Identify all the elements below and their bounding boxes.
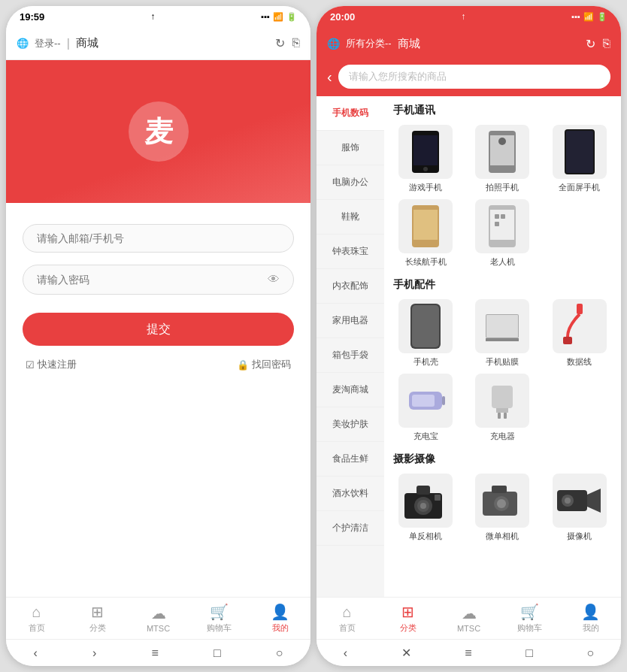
refresh-icon[interactable]: ↻ [275, 36, 285, 50]
left-sys-nav: ‹ › ≡ □ ○ [6, 639, 310, 666]
right-back-icon[interactable]: ‹ [344, 646, 347, 660]
login-logo: 麦 [129, 101, 189, 162]
email-input[interactable] [37, 232, 280, 244]
home-button-icon[interactable]: ○ [276, 646, 283, 660]
power-bank-label: 充电宝 [413, 431, 438, 442]
left-status-arrow: ↑ [150, 11, 155, 22]
cat-battery-phone[interactable]: 长续航手机 [390, 199, 461, 268]
right-window-icon[interactable]: □ [526, 646, 533, 660]
cat-phone-case[interactable]: 手机壳 [390, 299, 461, 368]
dslr-label: 单反相机 [409, 531, 442, 542]
cat-camcorder[interactable]: 摄像机 [544, 474, 615, 542]
menu-icon[interactable]: ≡ [151, 646, 158, 660]
svg-rect-20 [486, 338, 519, 341]
left-nav-sep: | [67, 37, 70, 50]
right-home-button-icon[interactable]: ○ [587, 646, 595, 660]
right-tab-home[interactable]: ⌂ 首页 [317, 604, 377, 634]
left-tab-mine[interactable]: 👤 我的 [250, 603, 310, 634]
cat-mirrorless[interactable]: 微单相机 [467, 474, 538, 542]
right-status-bar: 20:00 ↑ ▪▪▪ 📶 🔋 [317, 6, 621, 27]
show-password-icon[interactable]: 👁 [268, 273, 280, 286]
right-refresh-icon[interactable]: ↻ [586, 37, 595, 51]
svg-rect-14 [501, 214, 505, 219]
cat-power-bank[interactable]: 充电宝 [390, 374, 461, 442]
sidebar-item-appliance[interactable]: 家用电器 [317, 304, 384, 338]
left-tab-home-label: 首页 [29, 622, 45, 634]
signal-icon: ▪▪▪ [261, 12, 270, 21]
search-input-wrap[interactable]: 请输入您所搜索的商品 [338, 65, 610, 89]
sidebar-item-maitao[interactable]: 麦淘商城 [317, 373, 384, 407]
cat-screen-protector[interactable]: 手机贴膜 [467, 299, 538, 368]
sidebar-item-drinks[interactable]: 酒水饮料 [317, 477, 384, 511]
right-share-icon[interactable]: ⎘ [603, 37, 610, 51]
left-nav-login[interactable]: 登录-- [35, 37, 61, 50]
category-icon: ⊞ [91, 603, 104, 621]
right-phone: 20:00 ↑ ▪▪▪ 📶 🔋 🌐 所有分类-- 商城 ↻ ⎘ ‹ 请输入您所搜… [317, 6, 621, 666]
back-icon[interactable]: ‹ [34, 646, 38, 660]
right-tab-mtsc-label: MTSC [457, 624, 480, 633]
right-sys-nav: ‹ ✕ ≡ □ ○ [317, 639, 621, 666]
right-nav-category[interactable]: 所有分类-- [346, 37, 392, 50]
share-icon[interactable]: ⎘ [292, 36, 300, 50]
left-tab-cart[interactable]: 🛒 购物车 [189, 603, 250, 634]
mirrorless-img [475, 474, 529, 528]
cat-elder-phone[interactable]: 老人机 [467, 199, 538, 268]
quick-register-link[interactable]: ☑ 快速注册 [26, 358, 77, 371]
sidebar-item-shoes[interactable]: 鞋靴 [317, 200, 384, 235]
search-back-icon[interactable]: ‹ [327, 68, 332, 86]
left-tab-home[interactable]: ⌂ 首页 [6, 604, 67, 634]
sidebar-item-watches[interactable]: 钟表珠宝 [317, 235, 384, 269]
sidebar-item-computer[interactable]: 电脑办公 [317, 165, 384, 200]
cat-gaming-phone[interactable]: 游戏手机 [390, 125, 461, 193]
cat-camera-phone[interactable]: 拍照手机 [467, 125, 538, 193]
cat-charger[interactable]: 充电器 [467, 374, 538, 442]
elder-phone-img [475, 199, 529, 253]
mirrorless-label: 微单相机 [486, 531, 519, 542]
forgot-password-link[interactable]: 🔒 找回密码 [237, 358, 291, 371]
right-tab-mtsc[interactable]: ☁ MTSC [438, 604, 499, 633]
svg-point-43 [565, 498, 571, 504]
left-tab-category[interactable]: ⊞ 分类 [67, 603, 128, 634]
left-nav-actions: ↻ ⎘ [275, 36, 300, 50]
password-input[interactable] [37, 274, 262, 286]
right-home-icon: ⌂ [342, 604, 351, 621]
right-close-icon[interactable]: ✕ [401, 646, 411, 660]
submit-button[interactable]: 提交 [23, 313, 294, 346]
right-tab-mine-label: 我的 [583, 622, 599, 634]
sidebar-item-cleaning[interactable]: 个护清洁 [317, 511, 384, 546]
gaming-phone-img [398, 125, 453, 179]
left-phone: 19:59 ↑ ▪▪▪ 📶 🔋 🌐 登录-- | 商城 ↻ ⎘ 麦 👁 提交 [6, 6, 310, 666]
right-tab-category-label: 分类 [400, 622, 416, 634]
camera-grid: 单反相机 微单相机 摄像机 [390, 474, 615, 542]
right-tab-cart[interactable]: 🛒 购物车 [499, 603, 560, 634]
right-tab-category[interactable]: ⊞ 分类 [377, 603, 438, 634]
sidebar-item-phones[interactable]: 手机数码 [317, 96, 384, 131]
camera-phone-img [475, 125, 529, 179]
right-battery-icon: 🔋 [597, 12, 607, 22]
fullscreen-phone-img [553, 125, 607, 179]
gaming-phone-label: 游戏手机 [409, 182, 442, 193]
sidebar-item-food[interactable]: 食品生鲜 [317, 442, 384, 477]
forward-icon[interactable]: › [92, 646, 96, 660]
left-nav-title: 商城 [76, 36, 269, 50]
left-tab-mtsc[interactable]: ☁ MTSC [128, 604, 189, 633]
left-tab-cart-label: 购物车 [207, 622, 232, 634]
right-tab-bar: ⌂ 首页 ⊞ 分类 ☁ MTSC 🛒 购物车 👤 我的 [317, 597, 621, 639]
right-menu-icon[interactable]: ≡ [465, 646, 471, 660]
sidebar-item-underwear[interactable]: 内衣配饰 [317, 269, 384, 304]
svg-rect-24 [442, 396, 445, 405]
login-hero: 麦 [6, 60, 310, 203]
cat-dslr[interactable]: 单反相机 [390, 474, 461, 542]
sidebar-item-bags[interactable]: 箱包手袋 [317, 338, 384, 373]
cat-fullscreen-phone[interactable]: 全面屏手机 [544, 125, 615, 193]
right-tab-home-label: 首页 [339, 622, 356, 634]
window-icon[interactable]: □ [214, 646, 221, 660]
fullscreen-phone-label: 全面屏手机 [559, 182, 600, 193]
category-sidebar: 手机数码 服饰 电脑办公 鞋靴 钟表珠宝 内衣配饰 家用电器 箱包手袋 麦淘商城… [317, 96, 384, 597]
right-tab-mine[interactable]: 👤 我的 [560, 603, 621, 634]
cat-data-cable[interactable]: 数据线 [544, 299, 615, 368]
sidebar-item-fashion[interactable]: 服饰 [317, 131, 384, 165]
register-icon: ☑ [26, 359, 35, 371]
sidebar-item-beauty[interactable]: 美妆护肤 [317, 407, 384, 442]
right-nav-actions: ↻ ⎘ [586, 37, 610, 51]
